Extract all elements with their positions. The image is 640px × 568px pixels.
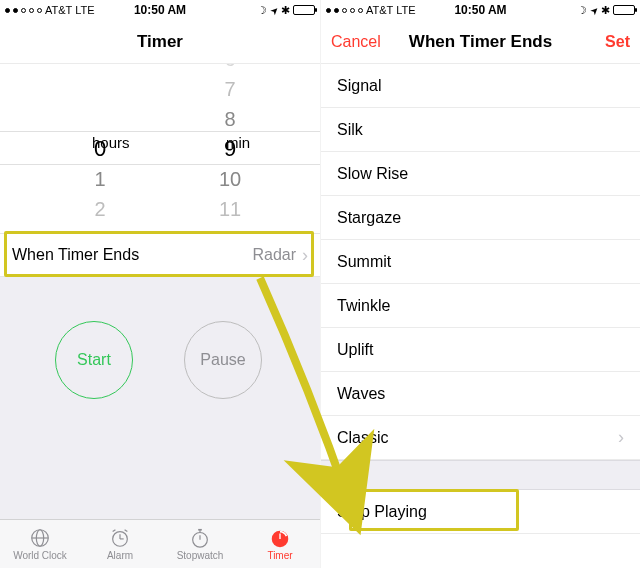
- svg-line-7: [125, 530, 128, 532]
- when-timer-ends-row[interactable]: When Timer Ends Radar ›: [0, 233, 320, 277]
- status-bar: AT&T LTE 10:50 AM ✱: [321, 0, 640, 20]
- tab-bar: World Clock Alarm Stopwatch Timer: [0, 519, 320, 568]
- sound-row-stargaze[interactable]: Stargaze: [321, 196, 640, 240]
- nav-bar: Cancel When Timer Ends Set: [321, 20, 640, 64]
- hours-label: hours: [92, 134, 130, 151]
- sound-list: Signal Silk Slow Rise Stargaze Summit Tw…: [321, 64, 640, 534]
- sound-row-summit[interactable]: Summit: [321, 240, 640, 284]
- sound-row-signal[interactable]: Signal: [321, 64, 640, 108]
- page-title: When Timer Ends: [409, 32, 552, 52]
- status-bar: AT&T LTE 10:50 AM ✱: [0, 0, 320, 20]
- sound-row-slow-rise[interactable]: Slow Rise: [321, 152, 640, 196]
- tab-stopwatch[interactable]: Stopwatch: [160, 520, 240, 568]
- stopwatch-icon: [188, 527, 212, 549]
- buttons-area: Start Pause: [0, 277, 320, 519]
- battery-icon: [613, 5, 635, 15]
- start-button[interactable]: Start: [55, 321, 133, 399]
- svg-point-12: [272, 531, 289, 548]
- ends-value: Radar: [252, 246, 296, 264]
- battery-icon: [293, 5, 315, 15]
- time-picker[interactable]: 0 1 2 3 hours 6 7 8 9 10 11 12 min: [0, 64, 320, 233]
- svg-line-6: [113, 530, 116, 532]
- tab-alarm[interactable]: Alarm: [80, 520, 160, 568]
- set-button[interactable]: Set: [605, 33, 630, 51]
- alarm-icon: [108, 527, 132, 549]
- ends-label: When Timer Ends: [12, 246, 139, 264]
- list-section-gap: [321, 460, 640, 490]
- tab-world-clock[interactable]: World Clock: [0, 520, 80, 568]
- chevron-right-icon: ›: [302, 245, 308, 266]
- nav-bar: Timer: [0, 20, 320, 64]
- min-label: min: [226, 134, 250, 151]
- sound-row-twinkle[interactable]: Twinkle: [321, 284, 640, 328]
- svg-point-8: [193, 533, 208, 548]
- pause-button[interactable]: Pause: [184, 321, 262, 399]
- page-title: Timer: [137, 32, 183, 52]
- chevron-right-icon: ›: [618, 427, 624, 448]
- tab-timer[interactable]: Timer: [240, 520, 320, 568]
- sound-row-classic[interactable]: Classic ›: [321, 416, 640, 460]
- timer-icon: [268, 527, 292, 549]
- stop-playing-row[interactable]: Stop Playing: [321, 490, 640, 534]
- sound-row-waves[interactable]: Waves: [321, 372, 640, 416]
- sound-row-silk[interactable]: Silk: [321, 108, 640, 152]
- sound-row-uplift[interactable]: Uplift: [321, 328, 640, 372]
- cancel-button[interactable]: Cancel: [331, 33, 381, 51]
- globe-icon: [28, 527, 52, 549]
